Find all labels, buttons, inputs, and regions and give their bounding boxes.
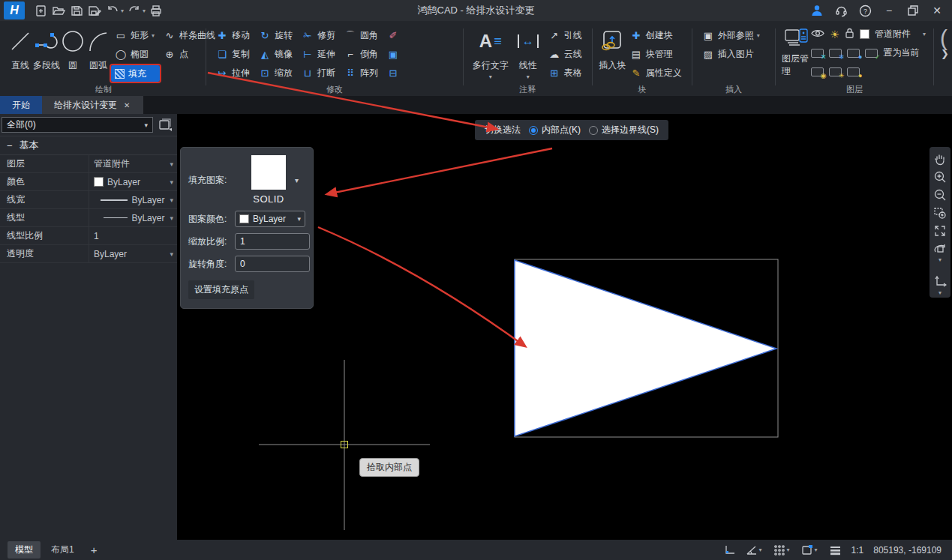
chamfer-button[interactable]: ⌐倒角 <box>341 45 382 64</box>
erase-button[interactable]: ✐ <box>383 26 403 45</box>
stretch-button[interactable]: ↦拉伸 <box>212 64 254 82</box>
layer-manager-button[interactable]: 图层管理 <box>782 22 811 84</box>
attribute-define-button[interactable]: ✎属性定义 <box>626 64 686 82</box>
orbit-icon[interactable] <box>932 241 948 256</box>
current-layer-name[interactable]: 管道附件 <box>875 28 918 40</box>
redo-dropdown-icon[interactable]: ▾ <box>143 7 146 14</box>
zoom-in-icon[interactable] <box>932 169 948 184</box>
layer-color-swatch[interactable] <box>860 29 869 39</box>
leader-button[interactable]: ↗引线 <box>545 26 586 45</box>
prop-value-layer[interactable]: 管道附件 ▾ <box>89 155 177 172</box>
app-logo[interactable]: H <box>4 1 25 19</box>
block-manager-button[interactable]: ▤块管理 <box>626 45 686 64</box>
xref-button[interactable]: ▣外部参照▾ <box>698 26 765 45</box>
layer-lock-toggle-icon[interactable]: ● <box>847 49 860 58</box>
mtext-dropdown-icon[interactable]: ▾ <box>489 73 492 80</box>
cloud-button[interactable]: ☁云线 <box>545 45 586 64</box>
rectangle-button[interactable]: ▭ 矩形 ▾ <box>111 26 160 45</box>
snap-grid-icon[interactable]: ▾ <box>773 544 791 556</box>
ucs-axes-icon[interactable] <box>932 274 948 289</box>
extend-button[interactable]: ⊢延伸 <box>298 45 339 64</box>
minimize-button[interactable]: − <box>877 1 901 20</box>
hatch-button[interactable]: 填充 <box>111 65 160 82</box>
add-layout-icon[interactable]: + <box>91 544 98 556</box>
save-as-icon[interactable] <box>86 1 104 19</box>
create-block-button[interactable]: ✚创建块 <box>626 26 686 45</box>
fillet-button[interactable]: ⌒圆角 <box>341 26 382 45</box>
prop-value-color[interactable]: ByLayer ▾ <box>89 173 177 190</box>
ortho-mode-icon[interactable] <box>724 544 736 556</box>
drawing-canvas[interactable]: 切换选法 内部点(K) 选择边界线(S) 填充图案: SOLID ▾ 图案颜色:… <box>177 114 952 540</box>
pattern-preview-swatch[interactable] <box>251 155 286 190</box>
redo-icon[interactable] <box>125 1 143 19</box>
arc-button[interactable]: 圆弧 <box>86 22 111 84</box>
copy-button[interactable]: ❏复制 <box>212 45 254 64</box>
insert-block-button[interactable]: 插入块 <box>599 22 626 84</box>
quick-select-button[interactable] <box>155 116 176 133</box>
layer-unlock-icon[interactable]: ● <box>847 67 860 76</box>
break-button[interactable]: ⊔打断 <box>298 64 339 82</box>
pattern-dropdown-icon[interactable]: ▾ <box>295 176 299 184</box>
tab-drawing[interactable]: 给排水设计变更 ✕ <box>42 96 143 114</box>
trim-button[interactable]: ✁修剪 <box>298 26 339 45</box>
dimension-button[interactable]: ↔ 线性 ▾ <box>512 22 545 84</box>
array-button[interactable]: ⠿阵列 <box>341 64 382 82</box>
layer-off-icon[interactable]: ✕ <box>811 49 824 58</box>
angle-input[interactable] <box>235 256 310 272</box>
print-icon[interactable] <box>147 1 165 19</box>
option-select-boundary[interactable]: 选择边界线(S) <box>589 124 659 136</box>
support-headset-icon[interactable] <box>829 1 853 20</box>
user-account-icon[interactable] <box>805 1 829 20</box>
close-button[interactable]: ✕ <box>925 1 949 20</box>
zoom-window-icon[interactable] <box>932 205 948 220</box>
dimension-dropdown-icon[interactable]: ▾ <box>527 73 530 80</box>
polar-tracking-icon[interactable]: ▾ <box>746 544 764 556</box>
ucs-dropdown-icon[interactable]: ▾ <box>938 292 941 295</box>
layer-lock-icon[interactable] <box>845 28 854 40</box>
pan-icon[interactable] <box>932 151 948 166</box>
ribbon-expand-icon[interactable]: ❯ <box>941 48 949 59</box>
group-button[interactable]: ⊟ <box>383 64 403 82</box>
layer-thaw-all-icon[interactable]: ☀ <box>829 67 842 76</box>
scale-input[interactable] <box>235 233 310 250</box>
layer-on-icon[interactable]: ◉ <box>811 67 824 76</box>
pattern-color-dropdown[interactable]: ByLayer ▾ <box>235 211 305 227</box>
zoom-out-icon[interactable] <box>932 187 948 202</box>
layer-visible-icon[interactable] <box>811 28 824 40</box>
tab-close-icon[interactable]: ✕ <box>122 100 131 110</box>
undo-dropdown-icon[interactable]: ▾ <box>121 7 124 14</box>
prop-value-transparency[interactable]: ByLayer ▾ <box>89 245 177 262</box>
open-file-icon[interactable] <box>50 1 68 19</box>
layer-freeze-icon[interactable]: ❄ <box>829 49 842 58</box>
rotate-button[interactable]: ↻旋转 <box>255 26 296 45</box>
xref-dropdown-icon[interactable]: ▾ <box>757 32 760 39</box>
annotation-scale[interactable]: 1:1 <box>851 545 864 556</box>
scale-button[interactable]: ⊡缩放 <box>255 64 296 82</box>
table-button[interactable]: ⊞表格 <box>545 64 586 82</box>
selection-filter-dropdown[interactable]: 全部(0) ▾ <box>2 117 153 133</box>
set-hatch-origin-button[interactable]: 设置填充原点 <box>188 280 254 299</box>
prop-value-linetype[interactable]: ByLayer ▾ <box>89 209 177 226</box>
set-current-layer-label[interactable]: 置为当前 <box>883 46 919 59</box>
new-file-icon[interactable] <box>32 1 50 19</box>
model-tab[interactable]: 模型 <box>8 541 41 559</box>
layer-dropdown-icon[interactable]: ▾ <box>923 31 926 37</box>
dynamic-input-icon[interactable]: ▾ <box>801 544 819 556</box>
mtext-button[interactable]: A≡ 多行文字 ▾ <box>470 22 512 84</box>
insert-image-button[interactable]: ▨插入图片 <box>698 45 765 64</box>
save-icon[interactable] <box>68 1 86 19</box>
section-collapse-icon[interactable]: − <box>7 140 13 151</box>
prop-value-lineweight[interactable]: ByLayer ▾ <box>89 191 177 208</box>
layout1-tab[interactable]: 布局1 <box>44 541 82 559</box>
restore-button[interactable] <box>901 1 925 20</box>
tab-start[interactable]: 开始 <box>0 96 42 114</box>
mirror-button[interactable]: ◭镜像 <box>255 45 296 64</box>
set-current-layer-icon[interactable]: ✓ <box>865 49 878 58</box>
circle-button[interactable]: 圆 <box>60 22 86 84</box>
layer-thaw-icon[interactable]: ☀ <box>830 28 839 40</box>
hatch-filled-triangle[interactable] <box>515 260 776 436</box>
prop-value-ltscale[interactable]: 1 <box>89 227 177 244</box>
orbit-dropdown-icon[interactable]: ▾ <box>938 259 941 262</box>
rectangle-dropdown-icon[interactable]: ▾ <box>152 32 155 39</box>
zoom-extents-icon[interactable] <box>932 223 948 238</box>
